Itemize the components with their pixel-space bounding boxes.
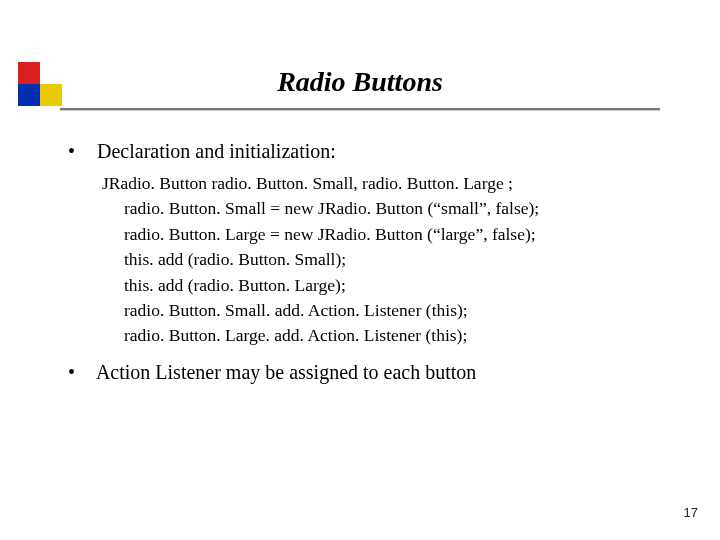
bullet-declaration: Declaration and initialization: bbox=[72, 138, 660, 165]
code-line-1: radio. Button. Large = new JRadio. Butto… bbox=[124, 222, 660, 247]
code-line-4: radio. Button. Small. add. Action. Liste… bbox=[124, 298, 660, 323]
code-block: JRadio. Button radio. Button. Small, rad… bbox=[102, 171, 660, 349]
slide-title: Radio Buttons bbox=[0, 66, 720, 98]
slide-body: Declaration and initialization: JRadio. … bbox=[72, 138, 660, 392]
title-underline bbox=[60, 108, 660, 110]
code-line-5: radio. Button. Large. add. Action. Liste… bbox=[124, 323, 660, 348]
code-line-0: radio. Button. Small = new JRadio. Butto… bbox=[124, 196, 660, 221]
bullet-action-listener: Action Listener may be assigned to each … bbox=[72, 359, 660, 386]
bullet-action-listener-text: Action Listener may be assigned to each … bbox=[96, 361, 476, 383]
code-line-2: this. add (radio. Button. Small); bbox=[124, 247, 660, 272]
code-declaration: JRadio. Button radio. Button. Small, rad… bbox=[102, 171, 660, 196]
page-number: 17 bbox=[684, 505, 698, 520]
bullet-declaration-text: Declaration and initialization: bbox=[97, 140, 336, 162]
slide: Radio Buttons Declaration and initializa… bbox=[0, 0, 720, 540]
code-line-3: this. add (radio. Button. Large); bbox=[124, 273, 660, 298]
